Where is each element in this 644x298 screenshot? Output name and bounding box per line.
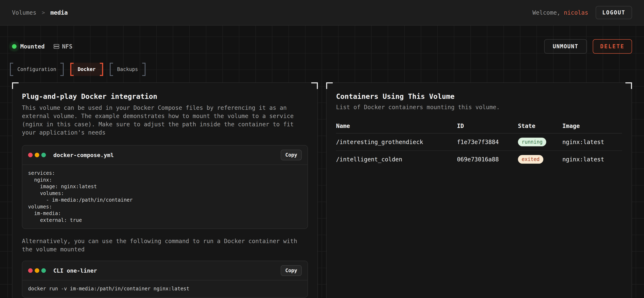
containers-panel-subtitle: List of Docker containers mounting this … [336,104,622,111]
compose-filename: docker-compose.yml [53,152,114,158]
chevron-right-icon: > [42,9,45,16]
container-id: f1e73e7f3884 [457,139,518,146]
topbar-right: Welcome, nicolas LOGOUT [532,6,632,19]
tab-docker[interactable]: Docker [70,63,103,76]
copy-compose-button[interactable]: Copy [281,149,302,160]
nfs-type: NFS [53,43,72,50]
top-bar: Volumes > media Welcome, nicolas LOGOUT [0,0,644,26]
status-badge: exited [518,155,543,164]
tab-backups[interactable]: Backups [110,63,146,76]
container-id: 069e73016a88 [457,156,518,163]
column-header-image: Image [562,123,622,129]
table-row[interactable]: /intelligent_colden 069e73016a88 exited … [336,151,622,168]
column-header-state: State [518,123,562,129]
traffic-light-amber-icon [35,268,39,273]
containers-table-header: Name ID State Image [336,123,622,134]
cli-code-header: CLI one-liner Copy [22,261,308,281]
volume-actions: UNMOUNT DELETE [544,39,632,54]
container-image: nginx:latest [562,139,622,146]
window-traffic-lights [28,153,46,157]
traffic-light-red-icon [28,268,33,273]
main-content: Mounted NFS UNMOUNT DELETE Configuration… [0,26,644,298]
container-name: /intelligent_colden [336,156,457,163]
window-traffic-lights [28,268,46,273]
traffic-light-red-icon [28,153,33,157]
docker-panel-description: This volume can be used in your Docker C… [22,104,308,137]
tab-bar: Configuration Docker Backups [10,63,632,76]
cli-title: CLI one-liner [53,268,97,274]
panels-row: Plug-and-play Docker integration This vo… [12,82,632,298]
username: nicolas [564,9,588,16]
volume-status: Mounted NFS [12,43,72,50]
containers-panel: Containers Using This Volume List of Doc… [326,82,632,298]
panel-corner-decoration [311,82,318,89]
traffic-light-amber-icon [35,153,39,157]
unmount-button[interactable]: UNMOUNT [544,39,587,54]
panel-corner-decoration [626,82,632,89]
mounted-status-label: Mounted [20,43,45,50]
delete-button[interactable]: DELETE [593,39,632,54]
breadcrumb: Volumes > media [12,9,68,16]
cli-note: Alternatively, you can use the following… [22,237,308,254]
cli-code-content[interactable]: docker run -v im-media:/path/in/containe… [22,281,308,297]
tab-configuration[interactable]: Configuration [10,63,64,76]
breadcrumb-volumes-link[interactable]: Volumes [12,9,36,16]
logout-button[interactable]: LOGOUT [596,6,632,19]
copy-cli-button[interactable]: Copy [281,265,302,276]
status-row: Mounted NFS UNMOUNT DELETE [12,39,632,54]
compose-code-header: docker-compose.yml Copy [22,146,308,165]
mounted-status-dot-icon [12,44,16,49]
docker-panel-title: Plug-and-play Docker integration [22,92,308,101]
traffic-light-green-icon [41,268,46,273]
containers-table: Name ID State Image /interesting_grothen… [336,123,622,168]
welcome-text: Welcome, nicolas [532,9,588,16]
container-state: running [518,138,562,146]
column-header-id: ID [457,123,518,129]
compose-code-content[interactable]: services: nginx: image: nginx:latest vol… [22,165,308,228]
cli-code-block: CLI one-liner Copy docker run -v im-medi… [22,261,308,298]
containers-panel-title: Containers Using This Volume [336,92,622,101]
status-badge: running [518,138,546,146]
nfs-label: NFS [62,43,72,50]
container-state: exited [518,155,562,164]
panel-corner-decoration [12,82,18,89]
container-name: /interesting_grothendieck [336,139,457,146]
column-header-name: Name [336,123,457,129]
docker-integration-panel: Plug-and-play Docker integration This vo… [12,82,318,298]
breadcrumb-current-volume: media [50,9,68,16]
compose-code-block: docker-compose.yml Copy services: nginx:… [22,145,308,229]
container-image: nginx:latest [562,156,622,163]
server-stack-icon [53,43,60,49]
welcome-prefix: Welcome, [532,9,564,16]
panel-corner-decoration [326,82,333,89]
traffic-light-green-icon [41,153,46,157]
table-row[interactable]: /interesting_grothendieck f1e73e7f3884 r… [336,134,622,151]
